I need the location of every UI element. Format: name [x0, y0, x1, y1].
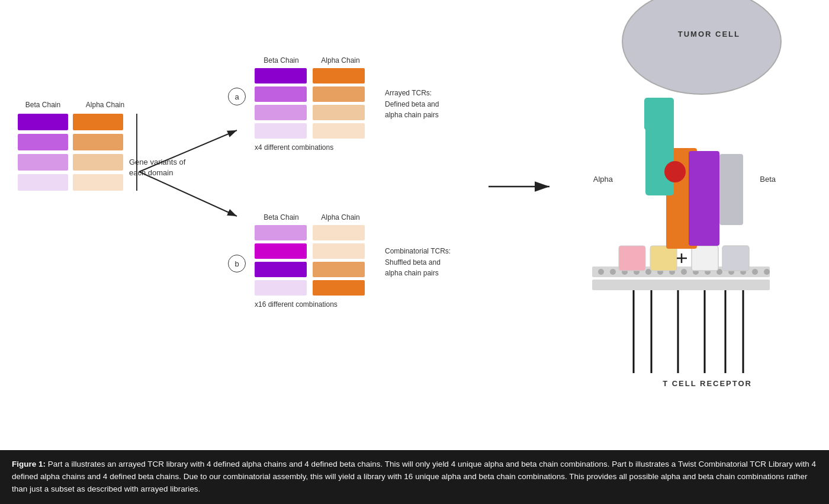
a-alpha-4	[313, 123, 365, 139]
section-a-labels: Beta Chain Alpha Chain	[255, 56, 367, 65]
section-b-description: Combinatorial TCRs: Shuffled beta and al…	[385, 246, 451, 279]
section-a-panel: Beta Chain Alpha Chain x4 different comb…	[255, 56, 367, 152]
section-b-row-2	[255, 243, 367, 259]
section-b-beta-label: Beta Chain	[255, 213, 308, 221]
section-a-row-3	[255, 105, 367, 120]
left-alpha-bar-1	[73, 114, 123, 130]
tcr-diagram-svg	[580, 59, 782, 391]
b-alpha-1	[313, 225, 365, 240]
left-chain-rows	[18, 114, 130, 191]
svg-rect-30	[650, 246, 677, 271]
left-alpha-bar-4	[73, 174, 123, 191]
left-alpha-bar-2	[73, 134, 123, 150]
section-a-combinations: x4 different combinations	[255, 143, 367, 152]
section-a-row-2	[255, 86, 367, 102]
left-row-3	[18, 154, 130, 171]
section-a-beta-label: Beta Chain	[255, 56, 308, 65]
svg-point-15	[681, 269, 687, 275]
section-a-rows	[255, 68, 367, 139]
caption-bar: Figure 1: Part a illustrates an arrayed …	[0, 450, 829, 504]
b-beta-2	[255, 243, 307, 259]
a-beta-1	[255, 68, 307, 84]
section-b-rows	[255, 225, 367, 296]
left-alpha-bar-3	[73, 154, 123, 171]
section-b-alpha-label: Alpha Chain	[314, 213, 367, 221]
left-alpha-label: Alpha Chain	[80, 101, 130, 109]
left-chain-labels: Beta Chain Alpha Chain	[18, 101, 130, 109]
svg-rect-34	[722, 246, 749, 271]
left-panel: Beta Chain Alpha Chain	[18, 101, 130, 191]
left-row-2	[18, 134, 130, 150]
a-alpha-3	[313, 105, 365, 120]
svg-point-8	[598, 269, 604, 275]
svg-rect-39	[644, 98, 674, 130]
svg-rect-29	[619, 246, 645, 271]
svg-rect-7	[592, 280, 770, 290]
left-beta-bar-3	[18, 154, 68, 171]
svg-rect-33	[692, 246, 718, 271]
caption-bold: Figure 1:	[12, 460, 46, 468]
section-b-row-1	[255, 225, 367, 240]
b-beta-1	[255, 225, 307, 240]
left-beta-bar-2	[18, 134, 68, 150]
a-alpha-1	[313, 68, 365, 84]
left-row-4	[18, 174, 130, 191]
left-beta-bar-4	[18, 174, 68, 191]
a-beta-2	[255, 86, 307, 102]
svg-point-9	[610, 269, 616, 275]
section-a-row-1	[255, 68, 367, 84]
circle-a: a	[228, 88, 246, 105]
svg-line-3	[139, 172, 237, 216]
section-b-row-3	[255, 262, 367, 277]
left-beta-label: Beta Chain	[18, 101, 68, 109]
tumor-cell-label: TUMOR CELL	[678, 30, 740, 38]
arrow-down	[136, 169, 243, 222]
caption-text: Part a illustrates an arrayed TCR librar…	[12, 460, 816, 493]
big-arrow-right	[486, 172, 557, 201]
svg-rect-36	[689, 151, 719, 246]
svg-point-22	[764, 269, 770, 275]
a-beta-3	[255, 105, 307, 120]
b-alpha-4	[313, 280, 365, 296]
section-b-combinations: x16 different combinations	[255, 300, 367, 309]
main-diagram: Beta Chain Alpha Chain	[0, 0, 829, 450]
b-beta-3	[255, 262, 307, 277]
section-b-labels: Beta Chain Alpha Chain	[255, 213, 367, 221]
left-row-1	[18, 114, 130, 130]
circle-b: b	[228, 255, 246, 272]
a-alpha-2	[313, 86, 365, 102]
svg-point-21	[752, 269, 758, 275]
section-a-row-4	[255, 123, 367, 139]
section-b-panel: Beta Chain Alpha Chain x16 different com…	[255, 213, 367, 309]
svg-rect-40	[719, 154, 743, 225]
b-alpha-2	[313, 243, 365, 259]
svg-line-1	[139, 130, 237, 172]
left-beta-bar-1	[18, 114, 68, 130]
section-a-description: Arrayed TCRs: Defined beta and alpha cha…	[385, 88, 439, 121]
b-beta-4	[255, 280, 307, 296]
a-beta-4	[255, 123, 307, 139]
svg-point-38	[664, 161, 686, 182]
section-b-row-4	[255, 280, 367, 296]
b-alpha-3	[313, 262, 365, 277]
section-a-alpha-label: Alpha Chain	[314, 56, 367, 65]
